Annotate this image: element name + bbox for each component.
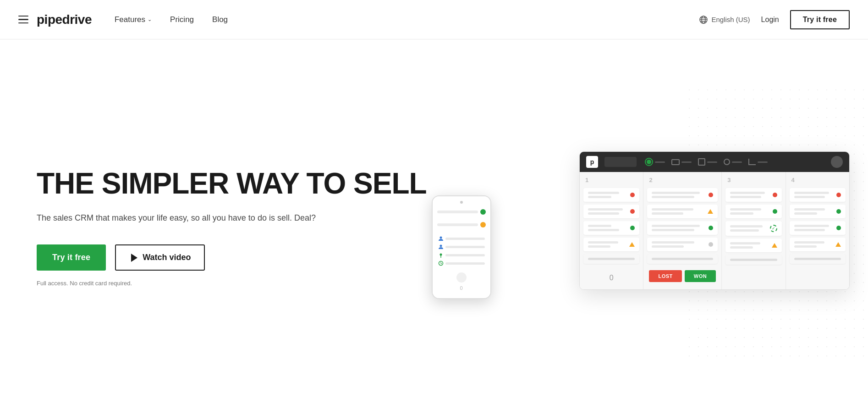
kanban-col-4-header: 4 [786,172,849,188]
status-dot-red [630,209,635,214]
reports-icon[interactable] [748,158,768,166]
status-triangle-yellow [835,242,841,247]
hero-try-free-button[interactable]: Try it free [37,244,106,271]
status-dot-red [773,193,777,197]
phone-icons-row [436,233,487,269]
hero-right: 0 p [427,138,850,290]
globe-icon [699,15,708,24]
status-triangle-yellow [629,242,635,247]
nav-features[interactable]: Features ⌄ [115,15,152,24]
phone-row [436,207,487,216]
login-link[interactable]: Login [761,16,779,24]
play-triangle [131,254,137,262]
kanban-col-2-bottom: LOST WON [643,266,721,286]
app-logo-icon: p [586,156,598,168]
nav-blog[interactable]: Blog [212,15,228,24]
hero-buttons: Try it free Watch video [37,244,427,271]
kanban-col-3: 3 ✓ [722,172,786,289]
kanban-card[interactable] [725,205,781,218]
phone-screen: 0 [433,196,490,298]
status-dot-green [630,226,635,230]
mail-icon[interactable] [671,158,692,166]
kanban-card[interactable] [725,188,781,202]
nav-right: English (US) Login Try it free [699,10,850,29]
kanban-card[interactable] [725,239,781,252]
phone-zero: 0 [436,285,487,294]
kanban-col-2: 2 [643,172,722,289]
kanban-card[interactable] [790,188,846,202]
chevron-down-icon: ⌄ [148,17,152,22]
language-selector[interactable]: English (US) [699,15,750,24]
pin-icon [438,252,444,258]
kanban-col-4: 4 [786,172,849,289]
phone-row [436,220,487,229]
nav-try-button[interactable]: Try it free [790,10,850,29]
phone-mockup: 0 [432,195,491,299]
kanban-col-3-bottom [722,267,785,277]
navbar: pipedrive Features ⌄ Pricing Blog Englis… [0,0,868,39]
deals-icon[interactable] [645,158,665,166]
lang-label: English (US) [711,16,750,23]
app-search-bar[interactable] [604,157,637,167]
kanban-card[interactable] [647,254,718,264]
status-dot-red [630,193,635,197]
hero-title: THE SIMPLER WAY TO SELL [37,168,427,199]
kanban-card[interactable] [647,238,718,251]
status-dot-green [836,226,841,230]
kanban-card[interactable] [647,188,718,202]
nav-links: Features ⌄ Pricing Blog [115,15,699,24]
hero-note: Full access. No credit card required. [37,280,427,287]
kanban-card[interactable] [790,254,846,264]
svg-point-6 [439,245,442,247]
kanban-card[interactable] [647,221,718,235]
svg-point-5 [439,237,442,239]
phone-bottom-indicator [456,272,467,283]
kanban-col-1-header: 1 [580,172,643,188]
kanban-col-3-header: 3 [722,172,785,188]
status-dot-green [773,209,777,214]
status-dot-gray [709,242,713,247]
nav-pricing[interactable]: Pricing [170,15,194,24]
lost-button[interactable]: LOST [649,270,681,282]
kanban-card[interactable] [583,205,639,218]
user-avatar[interactable] [831,156,843,168]
desktop-mockup: p [579,151,850,290]
play-icon [129,253,138,262]
kanban-card[interactable] [583,254,639,264]
kanban-col-2-header: 2 [643,172,721,188]
hero-section: THE SIMPLER WAY TO SELL The sales CRM th… [0,39,868,416]
app-topbar: p [580,152,849,172]
kanban-card[interactable] [647,205,718,218]
kanban-card[interactable] [790,221,846,235]
won-button[interactable]: WON [685,270,716,282]
calendar-icon[interactable] [698,158,717,166]
status-dot-green [709,226,713,230]
kanban-board: 1 [580,172,849,289]
hero-left: THE SIMPLER WAY TO SELL The sales CRM th… [37,141,427,287]
hero-subtitle: The sales CRM that makes your life easy,… [37,212,427,224]
logo[interactable]: pipedrive [37,12,92,27]
kanban-card[interactable] [583,221,639,235]
kanban-card[interactable] [583,188,639,202]
kanban-col-1: 1 [580,172,643,289]
svg-point-7 [439,254,442,256]
kanban-card[interactable]: ✓ [725,221,781,236]
kanban-zero-label: 0 [585,270,637,286]
kanban-card[interactable] [790,238,846,251]
kanban-card[interactable] [790,205,846,218]
person-icon [438,244,444,250]
status-check-icon: ✓ [770,225,777,232]
status-dot-red [836,193,841,197]
svg-line-10 [441,263,442,264]
status-dot-red [709,193,713,197]
clock-icon [438,261,444,266]
contacts-icon[interactable] [724,158,742,166]
hamburger-button[interactable] [18,16,28,24]
status-triangle-yellow [772,243,777,248]
status-triangle-yellow [708,209,713,214]
kanban-col-4-bottom [786,266,849,276]
kanban-card[interactable] [583,238,639,251]
kanban-card[interactable] [725,255,781,265]
hero-watch-video-button[interactable]: Watch video [115,244,204,271]
person-icon [438,236,444,241]
